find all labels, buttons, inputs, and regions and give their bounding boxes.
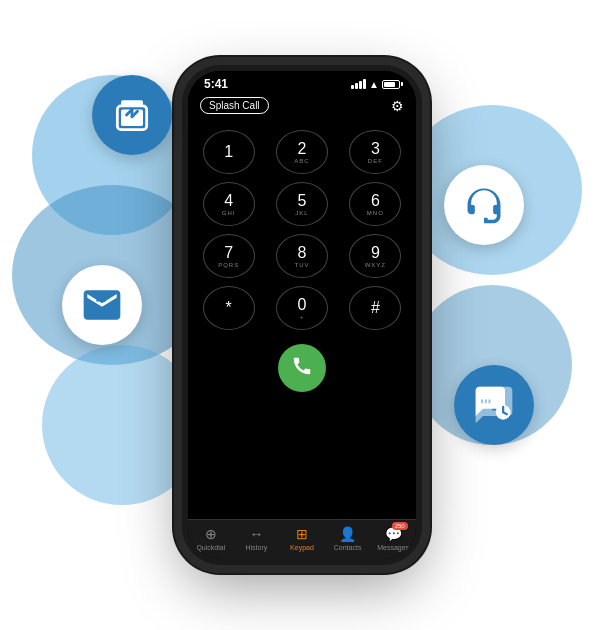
nav-label-messages: Messages — [377, 544, 409, 551]
nav-label-contacts: Contacts — [334, 544, 362, 551]
nav-label-history: History — [246, 544, 268, 551]
phone-screen: 5:41 ▲ Splash Call ⚙ — [188, 71, 416, 559]
key-letters-7: PQRS — [218, 262, 239, 268]
bottom-nav: ⊕Quickdial↔History⊞Keypad👤Contacts💬250Me… — [188, 519, 416, 559]
key-num-5: 5 — [298, 193, 307, 209]
key-3[interactable]: 3DEF — [349, 130, 401, 174]
key-letters-2: ABC — [294, 158, 309, 164]
key-letters-3: DEF — [368, 158, 383, 164]
voicemail-feature-icon — [62, 265, 142, 345]
settings-icon[interactable]: ⚙ — [391, 98, 404, 114]
battery-status-icon — [382, 80, 400, 89]
key-letters-9: WXYZ — [365, 262, 386, 268]
signal-bar-1 — [351, 85, 354, 89]
nav-label-quickdial: Quickdial — [196, 544, 225, 551]
key-5[interactable]: 5JKL — [276, 182, 328, 226]
notch — [252, 71, 352, 93]
key-0[interactable]: 0+ — [276, 286, 328, 330]
signal-bar-4 — [363, 79, 366, 89]
key-9[interactable]: 9WXYZ — [349, 234, 401, 278]
battery-fill — [384, 82, 395, 87]
key-num-1: 1 — [224, 144, 233, 160]
keypad-grid: 12ABC3DEF4GHI5JKL6MNO7PQRS8TUV9WXYZ*0+# — [196, 130, 408, 330]
blob-left-bottom — [42, 345, 202, 505]
contacts-icon: 👤 — [339, 526, 356, 542]
key-#[interactable]: # — [349, 286, 401, 330]
key-num-3: 3 — [371, 141, 380, 157]
key-num-4: 4 — [224, 193, 233, 209]
nav-item-quickdial[interactable]: ⊕Quickdial — [191, 526, 231, 551]
headset-feature-icon — [444, 165, 524, 245]
call-icon — [291, 355, 313, 382]
key-num-6: 6 — [371, 193, 380, 209]
key-letters-0: + — [300, 314, 305, 320]
app-header: Splash Call ⚙ — [188, 93, 416, 120]
key-8[interactable]: 8TUV — [276, 234, 328, 278]
status-icons: ▲ — [351, 79, 400, 90]
key-num-2: 2 — [298, 141, 307, 157]
key-num-7: 7 — [224, 245, 233, 261]
key-*[interactable]: * — [203, 286, 255, 330]
phone-mockup: 5:41 ▲ Splash Call ⚙ — [182, 65, 422, 565]
key-num-0: 0 — [298, 297, 307, 313]
messages-badge: 250 — [392, 522, 408, 530]
quickdial-icon: ⊕ — [205, 526, 217, 542]
wifi-icon: ▲ — [369, 79, 379, 90]
key-2[interactable]: 2ABC — [276, 130, 328, 174]
nav-label-keypad: Keypad — [290, 544, 314, 551]
key-letters-5: JKL — [295, 210, 308, 216]
keypad-icon: ⊞ — [296, 526, 308, 542]
history-icon: ↔ — [249, 526, 263, 542]
nav-item-keypad[interactable]: ⊞Keypad — [282, 526, 322, 551]
chat-feature-icon — [454, 365, 534, 445]
key-letters-4: GHI — [222, 210, 236, 216]
dialpad-area: 12ABC3DEF4GHI5JKL6MNO7PQRS8TUV9WXYZ*0+# — [188, 120, 416, 519]
status-time: 5:41 — [204, 77, 228, 91]
call-button[interactable] — [278, 344, 326, 392]
key-1[interactable]: 1 — [203, 130, 255, 174]
key-num-#: # — [371, 300, 380, 316]
messages-icon: 💬250 — [385, 526, 402, 542]
key-num-9: 9 — [371, 245, 380, 261]
contacts-icon-symbol: 👤 — [339, 526, 356, 542]
history-icon-symbol: ↔ — [249, 526, 263, 542]
key-num-8: 8 — [298, 245, 307, 261]
signal-bar-3 — [359, 81, 362, 89]
key-letters-8: TUV — [294, 262, 309, 268]
nav-item-contacts[interactable]: 👤Contacts — [328, 526, 368, 551]
splash-call-badge: Splash Call — [200, 97, 269, 114]
key-4[interactable]: 4GHI — [203, 182, 255, 226]
nav-item-history[interactable]: ↔History — [236, 526, 276, 551]
quickdial-icon-symbol: ⊕ — [205, 526, 217, 542]
key-letters-6: MNO — [367, 210, 384, 216]
key-num-*: * — [226, 300, 232, 316]
signal-bars — [351, 79, 366, 89]
key-6[interactable]: 6MNO — [349, 182, 401, 226]
key-7[interactable]: 7PQRS — [203, 234, 255, 278]
keypad-icon-symbol: ⊞ — [296, 526, 308, 542]
battery-feature-icon — [92, 75, 172, 155]
nav-item-messages[interactable]: 💬250Messages — [373, 526, 413, 551]
signal-bar-2 — [355, 83, 358, 89]
scene: 5:41 ▲ Splash Call ⚙ — [12, 5, 592, 625]
